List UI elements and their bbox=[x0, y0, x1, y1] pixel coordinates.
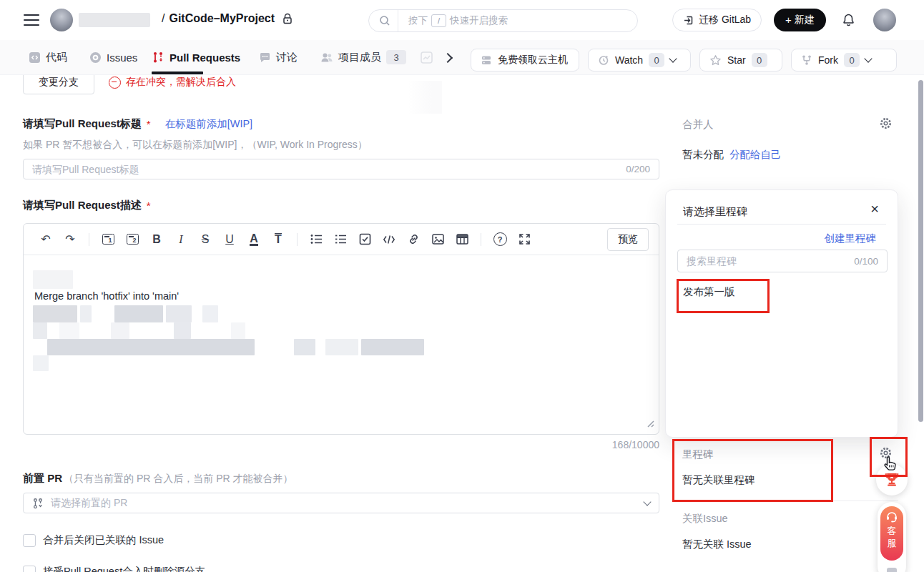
milestone-gear-icon[interactable] bbox=[879, 446, 893, 463]
plus-icon bbox=[785, 14, 792, 26]
task-list-icon[interactable] bbox=[355, 230, 375, 250]
headset-icon bbox=[885, 511, 898, 523]
link-icon[interactable] bbox=[403, 230, 423, 250]
assign-self-link[interactable]: 分配给自己 bbox=[729, 148, 782, 162]
pull-requests-tab-icon bbox=[152, 51, 164, 64]
watch-button[interactable]: Watch 0 bbox=[588, 49, 691, 72]
required-asterisk: * bbox=[147, 199, 151, 212]
assignee-label: 合并人 bbox=[682, 118, 714, 132]
heading2-icon[interactable]: 2 bbox=[122, 230, 142, 250]
star-count-badge: 0 bbox=[752, 53, 767, 67]
migrate-icon bbox=[683, 15, 694, 26]
hamburger-menu-icon[interactable] bbox=[24, 14, 39, 26]
checkbox-row: 合并后关闭已关联的 Issue bbox=[23, 533, 164, 547]
project-tabbar: 代码 Issues Pull Requests 讨论 项目成员 3 bbox=[0, 40, 924, 75]
redacted-text-block bbox=[361, 339, 424, 355]
redacted-text-block bbox=[325, 339, 358, 355]
milestone-popup-title: 请选择里程碑 bbox=[683, 205, 747, 219]
create-milestone-link[interactable]: 创建里程碑 bbox=[825, 232, 877, 245]
help-icon[interactable]: ? bbox=[490, 230, 510, 250]
cloud-host-icon bbox=[481, 54, 492, 66]
tab-pull-requests[interactable]: Pull Requests bbox=[152, 40, 240, 74]
customer-service-button[interactable]: 客服 bbox=[880, 506, 903, 561]
redacted-text-block bbox=[166, 305, 192, 322]
tab-code[interactable]: 代码 bbox=[29, 40, 67, 74]
underline-icon[interactable]: U bbox=[220, 230, 240, 250]
milestone-search-input[interactable] bbox=[678, 255, 854, 267]
tab-members[interactable]: 项目成员 3 bbox=[320, 40, 406, 74]
conflict-warning: 存在冲突，需解决后合入 bbox=[109, 76, 236, 89]
font-size-icon[interactable]: T bbox=[268, 230, 288, 250]
preview-button[interactable]: 预览 bbox=[607, 228, 649, 251]
close-issue-checkbox[interactable] bbox=[23, 534, 36, 547]
tab-discussion[interactable]: 讨论 bbox=[259, 40, 298, 74]
prereq-pr-label: 前置 PR bbox=[23, 472, 62, 485]
delete-branch-checkbox[interactable] bbox=[23, 566, 36, 572]
heading1-icon[interactable]: 1 bbox=[98, 230, 118, 250]
milestone-popup: 请选择里程碑 × 创建里程碑 0/100 发布第一版 bbox=[665, 189, 898, 438]
editor-resize-handle[interactable] bbox=[644, 418, 654, 430]
milestone-label: 里程碑 bbox=[682, 448, 714, 461]
lock-icon bbox=[282, 13, 293, 25]
ordered-list-icon[interactable] bbox=[330, 230, 350, 250]
popup-divider bbox=[677, 224, 886, 225]
discussion-tab-icon bbox=[259, 51, 271, 64]
undo-icon[interactable]: ↶ bbox=[36, 230, 56, 250]
fork-count-badge: 0 bbox=[844, 53, 860, 67]
org-avatar[interactable] bbox=[50, 9, 73, 31]
insights-tab-icon[interactable] bbox=[421, 51, 433, 66]
star-icon bbox=[709, 54, 722, 66]
add-wip-link[interactable]: 在标题前添加[WIP] bbox=[165, 117, 252, 131]
redacted-text-block bbox=[80, 305, 92, 322]
assignee-gear-icon[interactable] bbox=[879, 117, 893, 133]
bullet-list-icon[interactable] bbox=[306, 230, 326, 250]
page: / GitCode–MyProject 按下 / 快速开启搜索 迁移 GitLa… bbox=[0, 0, 924, 572]
bell-icon[interactable] bbox=[842, 13, 855, 27]
linked-issue-label: 关联Issue bbox=[682, 512, 728, 526]
close-icon[interactable]: × bbox=[870, 202, 879, 216]
close-issue-label: 合并后关闭已关联的 Issue bbox=[43, 533, 164, 547]
code-tab-icon bbox=[29, 51, 41, 64]
tabs-chevron-right-icon[interactable] bbox=[443, 53, 453, 63]
search-icon bbox=[379, 15, 390, 26]
rewards-float-button[interactable] bbox=[876, 464, 908, 495]
watch-icon bbox=[598, 54, 609, 66]
image-icon[interactable] bbox=[428, 230, 448, 250]
members-count-badge: 3 bbox=[386, 50, 406, 64]
tab-issues[interactable]: Issues bbox=[89, 40, 137, 74]
global-search[interactable]: 按下 / 快速开启搜索 bbox=[368, 9, 638, 32]
editor-content[interactable]: Merge branch 'hotfix' into 'main' bbox=[24, 255, 659, 434]
page-scrollbar-thumb[interactable] bbox=[918, 80, 923, 422]
font-color-icon[interactable]: A bbox=[244, 230, 264, 250]
italic-icon[interactable]: I bbox=[171, 230, 191, 250]
trophy-icon bbox=[883, 470, 901, 489]
milestone-empty-text: 暂无关联里程碑 bbox=[682, 473, 755, 487]
new-button[interactable]: 新建 bbox=[774, 9, 826, 31]
prereq-pr-select[interactable]: 请选择前置的 PR bbox=[23, 493, 659, 513]
table-icon[interactable] bbox=[452, 230, 472, 250]
strikethrough-icon[interactable]: S bbox=[195, 230, 215, 250]
migrate-gitlab-button[interactable]: 迁移 GitLab bbox=[672, 9, 762, 31]
members-tab-icon bbox=[320, 51, 333, 64]
pr-title-input[interactable] bbox=[24, 164, 626, 175]
fork-icon bbox=[801, 54, 812, 66]
fork-button[interactable]: Fork 0 bbox=[791, 49, 897, 72]
code-icon[interactable] bbox=[379, 230, 399, 250]
prereq-pr-hint: （只有当前置的 PR 合入后，当前 PR 才能被合并） bbox=[64, 473, 293, 485]
slash-keycap: / bbox=[431, 14, 446, 27]
delete-branch-label: 接受Pull Request合入时删除源分支 bbox=[43, 565, 205, 572]
pr-desc-label: 请填写Pull Request描述 bbox=[23, 199, 142, 212]
hidden-float-button[interactable] bbox=[887, 568, 897, 572]
star-button[interactable]: Star 0 bbox=[699, 49, 782, 72]
customer-service-label: 客服 bbox=[887, 525, 897, 549]
pr-title-help: 如果 PR 暂不想被合入，可以在标题前添加[WIP]，（WIP, Work In… bbox=[23, 139, 368, 152]
prereq-pr-placeholder: 请选择前置的 PR bbox=[51, 497, 127, 510]
milestone-option[interactable]: 发布第一版 bbox=[683, 285, 735, 299]
fullscreen-icon[interactable] bbox=[514, 230, 534, 250]
bold-icon[interactable]: B bbox=[147, 230, 167, 250]
redo-icon[interactable]: ↷ bbox=[60, 230, 80, 250]
user-avatar[interactable] bbox=[873, 9, 896, 31]
pr-title-label: 请填写Pull Request标题 bbox=[23, 117, 142, 131]
breadcrumb-project-name[interactable]: GitCode–MyProject bbox=[169, 12, 275, 25]
free-cloud-host-button[interactable]: 免费领取云主机 bbox=[471, 49, 579, 72]
